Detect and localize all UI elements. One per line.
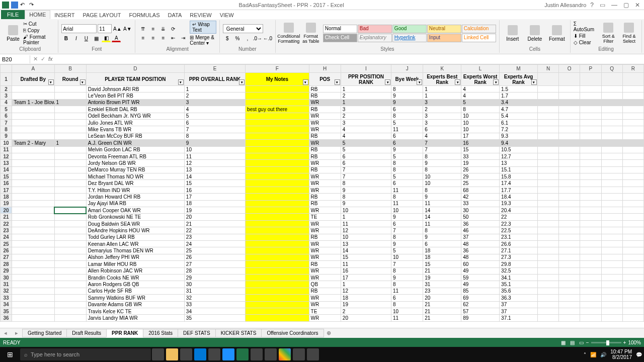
cell[interactable] [246,227,309,234]
cell[interactable]: WR [309,207,341,214]
cell[interactable]: 18 [423,254,461,260]
cell[interactable]: 16 [184,187,245,193]
cell[interactable] [622,220,643,227]
cell[interactable]: 4 [423,133,461,139]
cell[interactable] [246,93,309,99]
cell[interactable]: 31 [423,281,461,288]
cell[interactable]: 8 [391,166,423,173]
cell[interactable]: WR [309,140,341,146]
cell[interactable]: 15.1 [500,166,538,173]
column-header-cell[interactable] [601,73,622,86]
copy-button[interactable]: ⎘ Copy [23,28,55,33]
cell[interactable]: 18 [341,295,391,301]
cell[interactable]: 1 [423,93,461,99]
row-header[interactable]: 36 [1,315,12,321]
cell[interactable]: 1.7 [500,93,538,99]
fill-color-button[interactable]: ◧ [102,34,111,42]
cell[interactable] [246,214,309,220]
cell[interactable] [559,234,580,240]
cell[interactable]: 19 [341,301,391,308]
cell[interactable] [12,220,54,227]
cell[interactable]: 4.7 [500,106,538,113]
cell[interactable]: 89 [461,315,500,321]
cell[interactable] [580,99,601,106]
cell[interactable] [54,160,86,166]
cell[interactable] [580,254,601,260]
filter-arrow-icon[interactable]: ▾ [385,79,390,85]
cell[interactable]: 33 [184,301,245,308]
mail-icon[interactable] [208,348,220,360]
cell[interactable] [54,119,86,126]
cell[interactable] [622,93,643,99]
cell[interactable]: Team 1 - Joe Blow [12,99,54,106]
sheet-tab[interactable]: 2016 Stats [143,329,178,337]
cell[interactable] [559,288,580,294]
cell[interactable] [559,180,580,187]
add-sheet-button[interactable]: ⊕ [324,330,334,336]
cell[interactable] [601,160,622,166]
cell[interactable]: 10 [391,207,423,214]
cell[interactable] [12,315,54,321]
cell[interactable] [54,166,86,173]
row-header[interactable]: 6 [1,113,12,119]
cell[interactable]: 37 [500,301,538,308]
cell[interactable]: 8 [391,113,423,119]
col-header[interactable]: N [537,65,558,73]
col-header[interactable]: I [341,65,391,73]
cell[interactable]: 2 [184,93,245,99]
cell[interactable] [537,126,558,133]
cell[interactable] [246,113,309,119]
app2-icon[interactable] [307,348,319,360]
cell[interactable]: 10 [423,180,461,187]
taskbar-search[interactable]: ⌕ Type here to search [20,348,151,360]
cell[interactable]: Jarvis Landry MIA WR [86,315,184,321]
cell[interactable]: 1 [184,86,245,93]
cell[interactable]: 5 [341,146,391,153]
cell[interactable] [559,301,580,308]
cell[interactable]: 17 [461,133,500,139]
cell[interactable]: WR [309,99,341,106]
cell[interactable]: 35.6 [500,288,538,294]
cell[interactable] [537,288,558,294]
cell[interactable] [12,106,54,113]
cell[interactable]: 31 [184,288,245,294]
cell[interactable] [12,160,54,166]
cell[interactable] [54,86,86,93]
cell[interactable]: Mike Evans TB WR [86,126,184,133]
column-header-cell[interactable]: Experts Best Rank▾ [423,73,461,86]
paste-button[interactable]: Paste [5,20,21,46]
cell[interactable]: Aaron Rodgers GB QB [86,281,184,288]
cell[interactable] [54,281,86,288]
find-select-button[interactable]: Find & Select [620,20,638,46]
zoom-out-button[interactable]: − [586,340,589,345]
cell[interactable] [54,308,86,314]
cell[interactable]: 8 [341,194,391,200]
cell[interactable] [559,93,580,99]
cell[interactable] [622,301,643,308]
cell[interactable] [622,200,643,207]
decrease-decimal-icon[interactable]: ←.0 [263,34,272,42]
cell[interactable]: 10 [341,234,391,240]
cell[interactable] [12,119,54,126]
cell[interactable] [601,227,622,234]
tab-file[interactable]: FILE [1,10,25,19]
cell[interactable] [580,133,601,139]
cell[interactable]: 23 [184,234,245,240]
cell[interactable]: 1 [341,281,391,288]
cell[interactable]: RB [309,133,341,139]
font-name-input[interactable] [61,24,97,33]
excel-taskbar-icon[interactable] [236,348,249,360]
cell[interactable] [537,180,558,187]
bold-button[interactable]: B [61,34,70,42]
column-header-cell[interactable]: PLAYER TEAM POSITION▾ [86,73,184,86]
cell[interactable]: 11 [391,187,423,193]
cell[interactable] [246,166,309,173]
style-hyperlink[interactable]: Hyperlink [392,34,427,42]
column-header-cell[interactable] [559,73,580,86]
cell[interactable]: RB [309,194,341,200]
cell[interactable] [246,220,309,227]
task-view-icon[interactable] [152,348,164,360]
cell[interactable] [537,119,558,126]
cell[interactable] [537,254,558,260]
cell[interactable]: 21 [423,267,461,274]
